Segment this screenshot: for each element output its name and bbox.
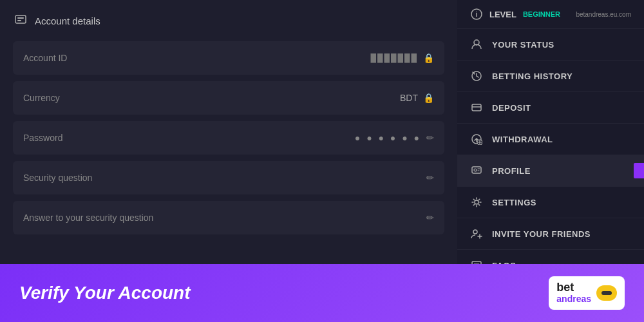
invite-friends-icon xyxy=(470,227,483,240)
password-value: ● ● ● ● ● ● ✏ xyxy=(355,133,434,143)
security-question-value: ✏ xyxy=(426,173,434,183)
withdrawal-icon xyxy=(470,133,483,146)
sidebar-item-invite-friends[interactable]: INVITE YOUR FRIENDS xyxy=(457,218,644,250)
betting-history-icon xyxy=(470,70,483,82)
svg-rect-2 xyxy=(17,20,21,21)
profile-arrow xyxy=(634,159,644,182)
withdrawal-label: WITHDRAWAL xyxy=(492,135,553,144)
panel-title: Account details xyxy=(35,15,100,26)
level-icon: i xyxy=(470,8,483,21)
profile-icon xyxy=(470,164,483,177)
svg-point-13 xyxy=(474,169,477,171)
website-url: betandreas.eu.com xyxy=(576,11,631,18)
account-id-field: Account ID ███████ 🔒 xyxy=(13,41,444,75)
deposit-label: DEPOSIT xyxy=(492,103,531,113)
account-id-label: Account ID xyxy=(23,53,67,63)
brand-logo: bet andreas xyxy=(549,276,625,309)
security-answer-value: ✏ xyxy=(426,213,434,223)
betting-history-label: BETTING HISTORY xyxy=(492,71,573,81)
password-field: Password ● ● ● ● ● ● ✏ xyxy=(13,121,444,155)
verify-text: Verify Your Account xyxy=(19,283,191,303)
password-edit-icon[interactable]: ✏ xyxy=(426,133,434,143)
password-label: Password xyxy=(23,133,62,143)
svg-text:i: i xyxy=(476,11,478,18)
security-answer-field: Answer to your security question ✏ xyxy=(13,201,444,234)
side-menu: i LEVEL BEGINNER betandreas.eu.com YOUR … xyxy=(457,0,644,264)
panel-header: Account details xyxy=(13,13,444,28)
account-id-masked: ███████ xyxy=(370,53,418,62)
currency-lock-icon: 🔒 xyxy=(423,93,434,103)
settings-label: SETTINGS xyxy=(492,198,536,207)
security-question-label: Security question xyxy=(23,173,92,183)
svg-point-14 xyxy=(475,200,478,204)
svg-point-15 xyxy=(473,230,477,234)
level-row: i LEVEL BEGINNER betandreas.eu.com xyxy=(457,0,644,29)
main-layout: Account details Account ID ███████ 🔒 Cur… xyxy=(0,0,644,264)
account-id-lock-icon: 🔒 xyxy=(423,53,434,63)
brand-name-andreas: andreas xyxy=(556,294,591,304)
sidebar-item-deposit[interactable]: DEPOSIT xyxy=(457,92,644,124)
brand-text-container: bet andreas xyxy=(556,281,591,304)
currency-value: BDT 🔒 xyxy=(400,93,434,103)
account-icon xyxy=(13,13,28,28)
brand-icon-shape xyxy=(596,285,617,301)
account-panel: Account details Account ID ███████ 🔒 Cur… xyxy=(0,0,457,264)
sidebar-item-betting-history[interactable]: BETTING HISTORY xyxy=(457,61,644,92)
settings-icon xyxy=(470,196,483,209)
invite-friends-label: INVITE YOUR FRIENDS xyxy=(492,229,591,239)
your-status-label: YOUR STATUS xyxy=(492,40,554,50)
sidebar-item-withdrawal[interactable]: WITHDRAWAL xyxy=(457,124,644,155)
security-question-field: Security question ✏ xyxy=(13,161,444,194)
security-answer-edit-icon[interactable]: ✏ xyxy=(426,213,434,223)
verify-banner[interactable]: Verify Your Account bet andreas xyxy=(0,264,644,322)
security-answer-label: Answer to your security question xyxy=(23,213,153,223)
account-id-value: ███████ 🔒 xyxy=(370,53,434,63)
level-label: LEVEL xyxy=(489,10,516,19)
sidebar-item-settings[interactable]: SETTINGS xyxy=(457,187,644,218)
deposit-icon xyxy=(470,101,483,114)
profile-label: PROFILE xyxy=(492,166,531,176)
sidebar-item-your-status[interactable]: YOUR STATUS xyxy=(457,29,644,61)
level-left: i LEVEL BEGINNER xyxy=(470,8,560,21)
faqs-icon xyxy=(470,259,483,264)
beginner-badge: BEGINNER xyxy=(523,10,560,18)
svg-rect-1 xyxy=(17,17,24,19)
your-status-icon xyxy=(470,38,483,51)
svg-rect-20 xyxy=(601,291,612,295)
password-dots: ● ● ● ● ● ● xyxy=(355,133,421,143)
currency-label: Currency xyxy=(23,93,60,103)
currency-field: Currency BDT 🔒 xyxy=(13,81,444,115)
sidebar-item-profile[interactable]: PROFILE xyxy=(457,155,644,187)
svg-rect-0 xyxy=(15,15,26,23)
brand-name-bet: bet xyxy=(556,281,591,294)
svg-rect-7 xyxy=(472,104,481,111)
security-question-edit-icon[interactable]: ✏ xyxy=(426,173,434,183)
sidebar-item-faqs[interactable]: FAQS xyxy=(457,250,644,264)
currency-text: BDT xyxy=(400,93,418,103)
